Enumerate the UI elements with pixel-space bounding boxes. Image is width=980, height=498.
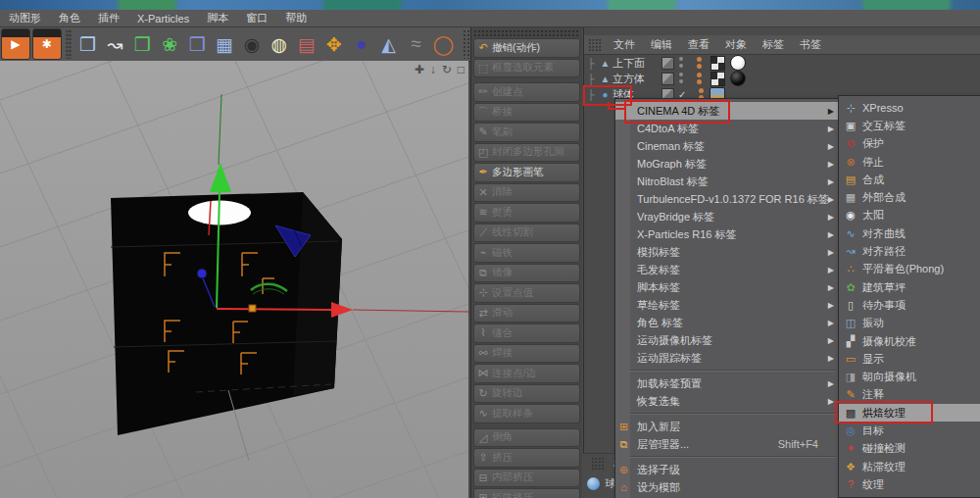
viewport-rotate-icon[interactable]: ↻ (442, 63, 452, 76)
menu-xparticles[interactable]: X-Particles (128, 10, 198, 26)
palette-item-set-point-value[interactable]: ⊹设置点值 (473, 283, 580, 303)
submenu-item-phong[interactable]: ∴平滑着色(Phong) (839, 261, 980, 278)
submenu-item-target[interactable]: ◎目标 (839, 422, 980, 439)
render-settings-icon[interactable]: ✱ (32, 28, 62, 60)
x-axis-handle[interactable] (217, 309, 331, 310)
submenu-item-camera-calibrator[interactable]: ▞摄像机校准 (839, 332, 980, 350)
submenu-item-align-to-spline[interactable]: ∿对齐曲线 (839, 224, 980, 242)
spline-pen-icon[interactable]: ↝ (102, 29, 129, 59)
submenu-item-interaction-tag[interactable]: ▣交互标签 (839, 117, 980, 134)
perspective-viewport[interactable]: ✚ ↓ ↻ □ (0, 61, 468, 498)
palette-item-stitch[interactable]: ⌇缝合 (473, 324, 580, 343)
render-region-icon[interactable]: ◯ (429, 29, 457, 59)
particle-emitter-icon[interactable]: ◭ (375, 29, 403, 59)
cube-primitive-icon[interactable]: ❒ (74, 29, 102, 59)
viewport-zoom-icon[interactable]: ↓ (430, 63, 436, 76)
palette-item-iron[interactable]: ≋熨烫 (473, 203, 580, 223)
render-view-icon[interactable]: ▶ (1, 28, 30, 60)
menu-window[interactable]: 窗口 (237, 10, 276, 26)
submenu-item-compositing[interactable]: ▤合成 (839, 171, 980, 188)
visibility-dots-icon[interactable] (678, 57, 684, 69)
context-item-add-to-new-layer[interactable]: ⊞加入新层 (615, 418, 840, 435)
viewport-maximize-icon[interactable]: □ (458, 63, 465, 76)
context-item-turbulencefd-tags[interactable]: TurbulenceFD-v1.0.1372 FOR R16 标签▶ (615, 190, 840, 208)
enable-dots-icon[interactable] (696, 57, 703, 70)
context-item-hair-tags[interactable]: 毛发标签▶ (615, 261, 840, 278)
object-name[interactable]: 上下面 (612, 56, 654, 71)
floor-icon[interactable]: ▦ (211, 29, 238, 59)
context-item-simulation-tags[interactable]: 模拟标签▶ (615, 243, 840, 261)
menu-character[interactable]: 角色 (50, 10, 89, 26)
submenu-item-align-to-path[interactable]: ↝对齐路径 (839, 242, 980, 260)
palette-item-extrude-inner[interactable]: ⊟内部挤压 (473, 469, 580, 488)
om-menu-view[interactable]: 查看 (680, 37, 717, 52)
submenu-item-xpresso[interactable]: ⊹XPresso (839, 99, 980, 117)
palette-item-mirror[interactable]: ⧉镜像 (473, 264, 580, 283)
camera-icon[interactable]: ◉ (238, 29, 266, 59)
om-menu-edit[interactable]: 编辑 (643, 37, 680, 52)
context-item-motion-tracker-tags[interactable]: 运动跟踪标签▶ (615, 349, 840, 367)
object-row-cube[interactable]: ├ ▲ 立方体 (584, 71, 980, 86)
viewport-pan-icon[interactable]: ✚ (415, 63, 424, 76)
menu-script[interactable]: 脚本 (198, 10, 237, 26)
palette-item-extract-spline[interactable]: ∿提取样条 (473, 404, 580, 423)
context-item-xparticles-tags[interactable]: X-Particles R16 标签▶ (615, 225, 840, 243)
palette-item-polygon-pen[interactable]: ✒多边形画笔 (473, 163, 580, 182)
toolbar-grip[interactable] (463, 29, 470, 59)
submenu-item-display[interactable]: ▭显示 (839, 350, 980, 368)
palette-item-close-polygon-hole[interactable]: ◰封闭多边形孔洞 (473, 143, 580, 163)
menu-plugins[interactable]: 插件 (89, 10, 128, 26)
context-item-mograph-tags[interactable]: MoGraph 标签▶ (615, 155, 840, 173)
submenu-item-stop[interactable]: ⊗停止 (839, 153, 980, 171)
texture-tag-white-icon[interactable] (730, 55, 746, 71)
axis-scale-handle[interactable] (249, 305, 256, 312)
submenu-item-external-compositing[interactable]: ▦外部合成 (839, 188, 980, 206)
deformer-cube-icon[interactable]: ❒ (183, 29, 211, 59)
palette-item-magnet[interactable]: ⌁磁铁 (473, 243, 580, 263)
context-item-sketch-tags[interactable]: 草绘标签▶ (615, 296, 840, 314)
submenu-item-protection[interactable]: ⊘保护 (839, 135, 980, 153)
menu-help[interactable]: 帮助 (276, 10, 316, 26)
context-item-motion-camera-tags[interactable]: 运动摄像机标签▶ (615, 331, 840, 349)
submenu-item-bake-texture[interactable]: ▩烘焙纹理 (839, 404, 980, 422)
om-menu-tags[interactable]: 标签 (755, 37, 792, 52)
palette-item-bevel[interactable]: ◿倒角 (473, 428, 580, 448)
context-item-cineman-tags[interactable]: Cineman 标签▶ (615, 137, 840, 155)
context-item-load-tag-preset[interactable]: 加载标签预置▶ (615, 374, 840, 392)
om-menu-object[interactable]: 对象 (717, 37, 755, 52)
texture-tag-black-icon[interactable] (730, 71, 746, 86)
uvw-tag-icon[interactable] (710, 72, 725, 86)
z-axis-ball[interactable] (197, 269, 207, 278)
object-manager-grip[interactable] (588, 38, 602, 52)
palette-item-bridge[interactable]: ⌒桥接 (473, 103, 580, 123)
context-item-cinema4d-tags[interactable]: CINEMA 4D 标签▶ (615, 102, 840, 120)
object-name[interactable]: 立方体 (612, 72, 654, 86)
palette-item-connect-points[interactable]: ⋈连接点/边 (473, 364, 580, 383)
palette-item-rotate-edge[interactable]: ↻旋转边 (473, 384, 580, 404)
light-icon[interactable]: ◍ (266, 29, 293, 59)
layer-toggle-icon[interactable] (662, 73, 674, 85)
context-item-set-as-root[interactable]: ⌂设为模部 (615, 478, 840, 496)
palette-grip[interactable] (473, 29, 580, 37)
palette-item-line-cut[interactable]: ⟋线性切割 (473, 224, 580, 243)
context-item-vraybridge-tags[interactable]: VrayBridge 标签▶ (615, 208, 840, 225)
palette-item-undo-action[interactable]: ↶撤销(动作) (473, 38, 580, 58)
environment-icon[interactable]: ● (348, 29, 375, 59)
submenu-item-sun[interactable]: ◉太阳 (839, 207, 980, 224)
attribute-grip[interactable] (591, 457, 605, 471)
context-item-script-tags[interactable]: 脚本标签▶ (615, 278, 840, 296)
context-item-nitroblast-tags[interactable]: NitroBlast 标签▶ (615, 173, 840, 190)
subdivision-surface-icon[interactable]: ❒ (128, 29, 156, 59)
om-menu-file[interactable]: 文件 (606, 37, 643, 52)
hair-grass-icon[interactable]: ≈ (402, 29, 429, 59)
palette-item-create-point[interactable]: ✏创建点 (473, 82, 580, 102)
context-item-c4dtoa-tags[interactable]: C4DtoA 标签▶ (615, 120, 840, 137)
submenu-item-vibrate[interactable]: ◫振动 (839, 315, 980, 332)
array-generator-icon[interactable]: ❀ (156, 29, 183, 59)
palette-item-dissolve[interactable]: ✕消除 (473, 183, 580, 203)
context-item-restore-selection[interactable]: 恢复选集▶ (615, 392, 840, 410)
palette-item-brush[interactable]: ✎笔刷 (473, 123, 580, 142)
submenu-item-look-at-camera[interactable]: ◨朝向摄像机 (839, 368, 980, 385)
palette-item-slide[interactable]: ⇄滑动 (473, 304, 580, 324)
context-item-layer-manager[interactable]: ⧉层管理器...Shift+F4 (615, 435, 840, 453)
